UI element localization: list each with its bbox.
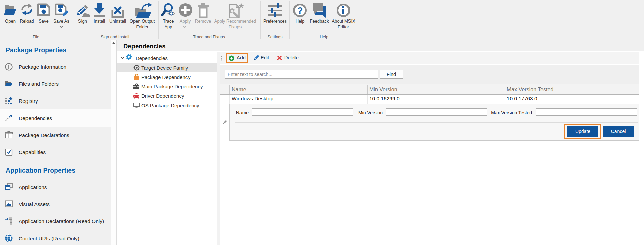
svg-text:?: ? — [297, 5, 303, 16]
